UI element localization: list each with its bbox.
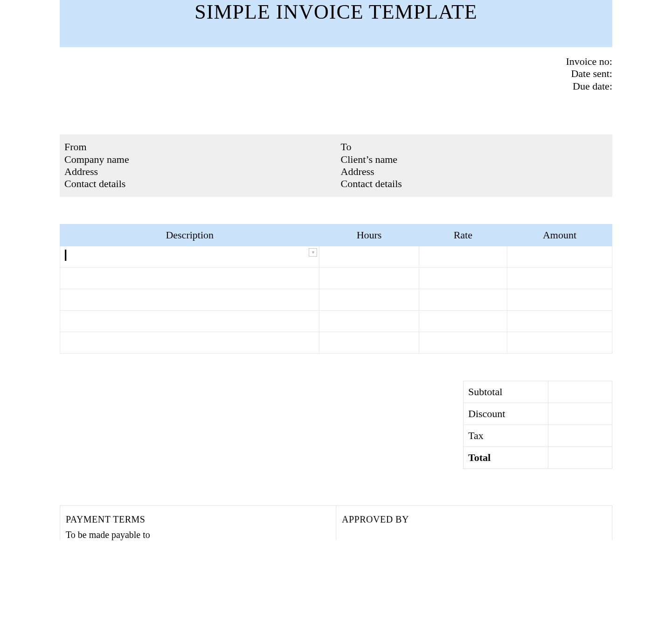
subtotal-value[interactable] bbox=[548, 381, 612, 403]
table-row bbox=[60, 332, 612, 353]
from-company: Company name bbox=[64, 154, 332, 166]
cell-amount[interactable] bbox=[507, 246, 612, 267]
approved-by-heading: APPROVED BY bbox=[342, 514, 606, 525]
total-label: Total bbox=[464, 447, 548, 468]
to-heading: To bbox=[341, 141, 608, 153]
cell-hours[interactable] bbox=[319, 310, 419, 332]
col-description: Description bbox=[60, 224, 319, 246]
cell-rate[interactable] bbox=[419, 246, 507, 267]
col-amount: Amount bbox=[507, 224, 612, 246]
cell-rate[interactable] bbox=[419, 289, 507, 310]
from-to-block: From Company name Address Contact detail… bbox=[60, 134, 612, 197]
date-sent-line: Date sent: bbox=[60, 68, 612, 80]
cell-description[interactable] bbox=[60, 310, 319, 332]
table-row bbox=[60, 267, 612, 289]
cell-amount[interactable] bbox=[507, 310, 612, 332]
approved-by-block: APPROVED BY bbox=[336, 505, 612, 540]
line-items-table: Description Hours Rate Amount | ▼ bbox=[60, 224, 612, 354]
tax-value[interactable] bbox=[548, 425, 612, 447]
cell-description[interactable] bbox=[60, 332, 319, 353]
payment-terms-line: To be made payable to bbox=[66, 530, 330, 540]
from-address: Address bbox=[64, 166, 332, 178]
invoice-no-line: Invoice no: bbox=[60, 56, 612, 68]
col-hours: Hours bbox=[319, 224, 419, 246]
cell-description[interactable]: | ▼ bbox=[60, 246, 319, 267]
subtotal-label: Subtotal bbox=[464, 381, 548, 403]
tax-label: Tax bbox=[464, 425, 548, 447]
cell-amount[interactable] bbox=[507, 289, 612, 310]
footer-block: PAYMENT TERMS To be made payable to APPR… bbox=[60, 505, 612, 540]
discount-value[interactable] bbox=[548, 403, 612, 425]
table-row bbox=[60, 310, 612, 332]
to-contact: Contact details bbox=[341, 178, 608, 190]
to-address: Address bbox=[341, 166, 608, 178]
table-row bbox=[60, 289, 612, 310]
cell-rate[interactable] bbox=[419, 332, 507, 353]
cell-hours[interactable] bbox=[319, 289, 419, 310]
dropdown-icon[interactable]: ▼ bbox=[309, 248, 317, 257]
from-heading: From bbox=[64, 141, 332, 153]
from-contact: Contact details bbox=[64, 178, 332, 190]
payment-terms-block: PAYMENT TERMS To be made payable to bbox=[60, 505, 336, 540]
cell-description[interactable] bbox=[60, 289, 319, 310]
text-cursor: | bbox=[64, 247, 67, 261]
invoice-meta: Invoice no: Date sent: Due date: bbox=[60, 56, 612, 92]
total-value[interactable] bbox=[548, 447, 612, 468]
to-client: Client’s name bbox=[341, 154, 608, 166]
cell-hours[interactable] bbox=[319, 246, 419, 267]
col-rate: Rate bbox=[419, 224, 507, 246]
payment-terms-heading: PAYMENT TERMS bbox=[66, 514, 330, 525]
from-block: From Company name Address Contact detail… bbox=[60, 134, 336, 197]
due-date-line: Due date: bbox=[60, 80, 612, 92]
cell-rate[interactable] bbox=[419, 267, 507, 289]
cell-hours[interactable] bbox=[319, 267, 419, 289]
cell-rate[interactable] bbox=[419, 310, 507, 332]
cell-description[interactable] bbox=[60, 267, 319, 289]
cell-hours[interactable] bbox=[319, 332, 419, 353]
page-title: SIMPLE INVOICE TEMPLATE bbox=[60, 0, 612, 47]
cell-amount[interactable] bbox=[507, 267, 612, 289]
discount-label: Discount bbox=[464, 403, 548, 425]
totals-table: Subtotal Discount Tax Total bbox=[463, 381, 612, 469]
to-block: To Client’s name Address Contact details bbox=[336, 134, 613, 197]
cell-amount[interactable] bbox=[507, 332, 612, 353]
table-row: | ▼ bbox=[60, 246, 612, 267]
